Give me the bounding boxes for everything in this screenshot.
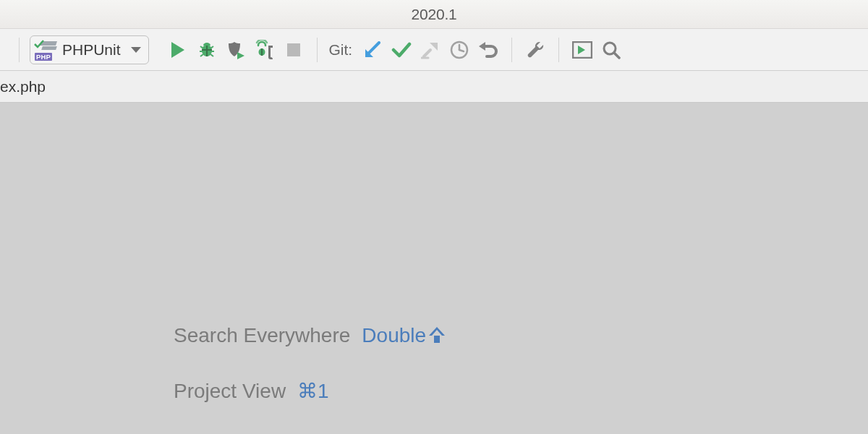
svg-line-4 <box>200 46 203 48</box>
run-configuration-label: PHPUnit <box>62 41 121 59</box>
bug-icon <box>197 41 216 59</box>
main-toolbar: PHP PHPUnit <box>0 29 868 71</box>
svg-marker-0 <box>171 42 184 58</box>
arrow-down-left-icon <box>363 41 382 59</box>
phpunit-icon: PHP <box>36 41 56 59</box>
toolbar-divider <box>19 38 20 62</box>
svg-line-22 <box>459 50 464 51</box>
git-history-button[interactable] <box>446 37 472 63</box>
settings-button[interactable] <box>522 37 548 63</box>
svg-rect-13 <box>268 46 273 48</box>
hint-key: Double <box>362 324 443 347</box>
hint-row: Project View ⌘1 <box>174 379 868 403</box>
shift-icon <box>430 327 443 344</box>
arrow-up-right-icon <box>421 41 440 59</box>
svg-line-8 <box>200 54 203 56</box>
svg-marker-23 <box>479 42 485 51</box>
git-push-button[interactable] <box>417 37 443 63</box>
vcs-label: Git: <box>329 41 353 59</box>
svg-marker-10 <box>237 52 244 59</box>
svg-rect-12 <box>261 48 263 56</box>
run-button[interactable] <box>165 37 191 63</box>
svg-marker-25 <box>578 46 585 54</box>
debug-button[interactable] <box>194 37 220 63</box>
php-badge-label: PHP <box>35 53 52 61</box>
svg-line-9 <box>210 54 213 56</box>
open-file-tab[interactable]: ex.php <box>0 78 46 95</box>
editor-empty-state: Search Everywhere Double Project View ⌘1 <box>0 103 868 434</box>
stop-button[interactable] <box>281 37 307 63</box>
clock-icon <box>450 41 469 59</box>
run-anything-button[interactable] <box>569 37 595 63</box>
undo-icon <box>478 41 498 59</box>
terminal-play-icon <box>572 41 592 59</box>
hint-row: Search Everywhere Double <box>174 324 868 347</box>
window-title: 2020.1 <box>0 6 868 23</box>
toolbar-divider <box>511 38 512 62</box>
svg-line-17 <box>424 50 430 56</box>
git-rollback-button[interactable] <box>475 37 501 63</box>
svg-line-27 <box>614 53 619 58</box>
stop-icon <box>286 43 301 57</box>
window-titlebar: 2020.1 <box>0 0 868 29</box>
editor-tabbar: ex.php <box>0 71 868 103</box>
svg-rect-14 <box>287 43 300 56</box>
svg-line-5 <box>210 46 213 48</box>
run-with-coverage-button[interactable] <box>223 37 249 63</box>
profile-button[interactable] <box>252 37 278 63</box>
run-configuration-dropdown[interactable]: PHP PHPUnit <box>30 35 149 64</box>
svg-rect-3 <box>202 49 212 51</box>
chevron-down-icon <box>131 47 141 53</box>
shield-play-icon <box>226 40 246 60</box>
wrench-icon <box>525 40 545 60</box>
git-update-button[interactable] <box>359 37 386 63</box>
git-commit-button[interactable] <box>388 37 414 63</box>
hint-label: Project View <box>174 380 286 403</box>
toolbar-divider <box>558 38 559 62</box>
play-icon <box>170 41 186 59</box>
toolbar-divider <box>317 38 318 62</box>
hint-key: ⌘1 <box>297 379 329 403</box>
search-icon <box>601 40 621 60</box>
search-everywhere-button[interactable] <box>598 37 624 63</box>
shortcut-hints: Search Everywhere Double Project View ⌘1 <box>0 324 868 434</box>
profile-icon <box>254 40 276 60</box>
checkmark-icon <box>391 41 412 59</box>
hint-label: Search Everywhere <box>174 324 350 347</box>
